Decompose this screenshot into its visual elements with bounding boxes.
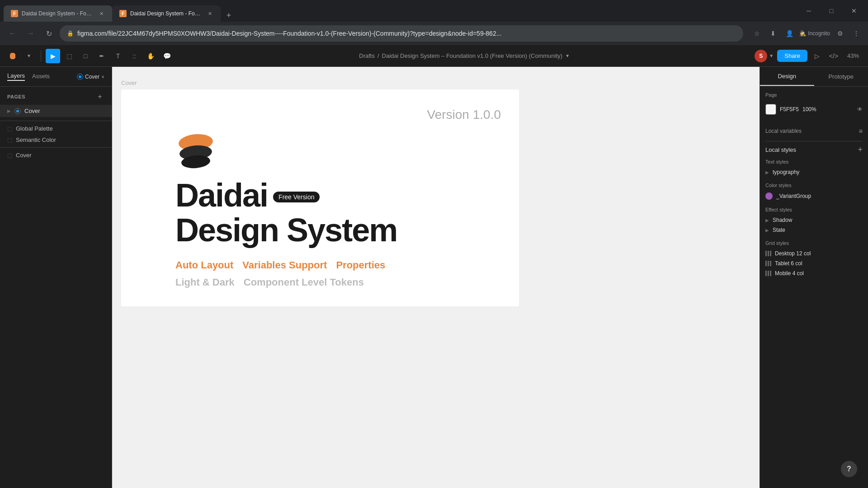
incognito-label: Incognito	[808, 30, 830, 37]
avatar-dropdown-icon[interactable]: ▼	[769, 53, 774, 58]
nav-refresh-button[interactable]: ↻	[42, 26, 56, 41]
grid-tablet-icon	[765, 261, 771, 266]
shadow-label: Shadow	[773, 217, 792, 223]
canvas-frame[interactable]: Version 1.0.0	[121, 89, 519, 306]
maximize-button[interactable]: □	[821, 4, 842, 18]
project-dropdown-icon[interactable]: ▼	[565, 53, 570, 58]
menu-icon[interactable]: ⋮	[850, 27, 863, 40]
local-variables-icon[interactable]: ≡	[859, 127, 863, 135]
layer-item-global-palette[interactable]: ⬚ Global Palette	[0, 123, 112, 134]
right-panel-content: Page F5F5F5 100% 👁 Local variables ≡	[760, 87, 868, 488]
canvas-frame-label: Cover	[121, 80, 137, 86]
tab-2-close[interactable]: ✕	[207, 10, 213, 17]
tag-component-tokens: Component Level Tokens	[244, 277, 364, 288]
hand-tool[interactable]: ✋	[143, 49, 158, 63]
text-style-typography[interactable]: ▶ typography	[765, 167, 863, 177]
text-tool[interactable]: T	[111, 49, 125, 63]
pen-tool[interactable]: ✒	[94, 49, 109, 63]
minimize-button[interactable]: ─	[798, 4, 819, 18]
logo-svg	[175, 131, 216, 172]
downloads-icon[interactable]: ⬇	[767, 27, 779, 40]
separator-1	[0, 121, 112, 121]
logo-icon	[175, 131, 501, 172]
free-version-badge: Free Version	[273, 192, 320, 202]
page-color-opacity[interactable]: 100%	[802, 106, 816, 113]
page-color-swatch[interactable]	[765, 104, 776, 115]
tab-2[interactable]: F Daidai Design System - Found... ✕	[112, 5, 221, 22]
pages-title: Pages	[7, 94, 25, 99]
tab-assets[interactable]: Assets	[32, 73, 50, 80]
variant-group-swatch	[765, 192, 773, 200]
browser-chrome: F Daidai Design System - Found... ✕ F Da…	[0, 0, 868, 22]
tab-prototype[interactable]: Prototype	[814, 68, 868, 85]
add-local-style-button[interactable]: +	[858, 145, 863, 155]
new-tab-button[interactable]: +	[222, 9, 235, 22]
tab-1-title: Daidai Design System - Found...	[22, 10, 93, 17]
tag-light-dark: Light & Dark	[175, 277, 235, 288]
color-styles-header: Color styles	[765, 183, 863, 188]
nav-forward-button[interactable]: →	[24, 26, 38, 41]
page-color-row: F5F5F5 100% 👁	[765, 101, 863, 117]
right-panel: Design Prototype Page F5F5F5 100% 👁	[760, 67, 868, 488]
add-page-button[interactable]: +	[95, 92, 104, 101]
help-button[interactable]: ?	[841, 461, 857, 477]
extensions-icon[interactable]: ⚙	[834, 27, 846, 40]
cover-dot	[77, 74, 83, 80]
grid-styles-title: Grid styles	[765, 240, 789, 246]
tab-1-close[interactable]: ✕	[98, 10, 105, 17]
tab-layers[interactable]: Layers	[7, 72, 25, 81]
share-button[interactable]: Share	[777, 50, 807, 62]
layer-cover-name: Cover	[16, 152, 32, 159]
cover-chevron-icon[interactable]: ∨	[101, 74, 104, 79]
nav-dropdown-icon[interactable]: ▼	[22, 49, 36, 63]
page-item-cover[interactable]: ▶ Cover	[0, 105, 112, 117]
page-dot	[14, 108, 21, 114]
color-style-variant-group[interactable]: _VariantGroup	[765, 191, 863, 202]
figma-app: ▼ ▶ ⬚ □ ✒ T :: ✋ 💬 Drafts / Daidai Desig…	[0, 45, 868, 488]
color-styles-group: Color styles _VariantGroup	[765, 183, 863, 202]
grid-style-desktop[interactable]: Desktop 12 col	[765, 249, 863, 258]
layer-name-semantic-color: Semantic Color	[16, 136, 56, 143]
devmode-icon[interactable]: </>	[827, 50, 840, 62]
grid-style-mobile[interactable]: Mobile 4 col	[765, 268, 863, 278]
shape-tool[interactable]: □	[78, 49, 93, 63]
url-bar[interactable]: 🔒 figma.com/file/22JC4M67dy5HPMS0XOWHW3/…	[60, 25, 743, 42]
comment-tool[interactable]: 💬	[160, 49, 174, 63]
present-icon[interactable]: ▷	[811, 50, 824, 62]
tag-auto-layout: Auto Layout	[175, 259, 233, 271]
cover-label[interactable]: Cover	[85, 74, 99, 80]
grid-style-tablet[interactable]: Tablet 6 col	[765, 258, 863, 268]
text-styles-header: Text styles	[765, 159, 863, 164]
brand-name-line1: Daidai	[175, 179, 268, 211]
page-color-hex[interactable]: F5F5F5	[780, 106, 799, 113]
page-chevron-icon: ▶	[7, 108, 11, 113]
tab-design[interactable]: Design	[760, 67, 814, 86]
effect-style-state[interactable]: ▶ State	[765, 225, 863, 235]
grid-styles-group: Grid styles Desktop 12 col	[765, 240, 863, 278]
visibility-icon[interactable]: 👁	[857, 106, 863, 113]
profile-icon[interactable]: 👤	[783, 27, 796, 40]
layer-item-cover[interactable]: ⬚ Cover	[0, 150, 112, 161]
state-label: State	[773, 227, 785, 233]
tag-properties: Properties	[336, 259, 385, 271]
tab-1[interactable]: F Daidai Design System - Found... ✕	[4, 5, 112, 22]
nav-back-button[interactable]: ←	[5, 26, 20, 41]
select-tool[interactable]: ▶	[46, 49, 60, 63]
brand-section: Daidai Free Version Design System Auto L…	[175, 131, 501, 288]
drafts-label[interactable]: Drafts	[359, 52, 375, 59]
variant-group-label: _VariantGroup	[776, 193, 811, 199]
bookmark-icon[interactable]: ☆	[750, 27, 763, 40]
right-panel-tabs: Design Prototype	[760, 67, 868, 87]
layer-item-semantic-color[interactable]: ⬚ Semantic Color	[0, 134, 112, 145]
frame-tool[interactable]: ⬚	[62, 49, 76, 63]
typography-chevron-icon: ▶	[765, 170, 769, 175]
pages-section: Pages + ▶ Cover	[0, 87, 112, 119]
figma-logo-button[interactable]	[5, 49, 20, 63]
zoom-level[interactable]: 43%	[844, 51, 863, 61]
close-button[interactable]: ✕	[844, 4, 864, 18]
components-tool[interactable]: ::	[127, 49, 142, 63]
feature-tags: Auto Layout Variables Support Properties	[175, 259, 501, 271]
project-breadcrumb: Drafts / Daidai Design System – Foundati…	[176, 52, 753, 59]
effect-style-shadow[interactable]: ▶ Shadow	[765, 215, 863, 225]
figma-main: Layers Assets Cover ∨ Pages + ▶	[0, 67, 868, 488]
